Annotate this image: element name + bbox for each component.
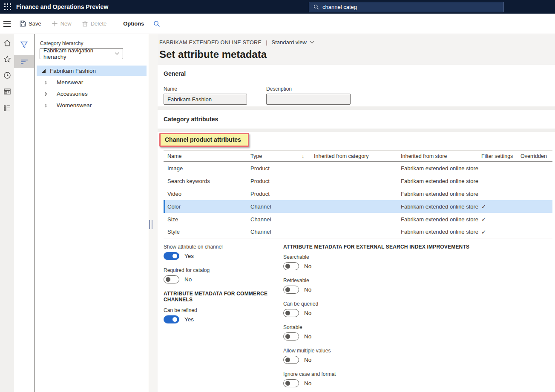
workspaces-nav-item[interactable]	[0, 83, 14, 100]
filter-button[interactable]	[14, 37, 34, 52]
global-search-input[interactable]: channel categ	[309, 2, 504, 12]
save-button[interactable]: Save	[20, 20, 41, 27]
name-field[interactable]	[164, 94, 247, 105]
allow-multiple-values-toggle[interactable]	[283, 356, 299, 364]
tree-collapsed-icon[interactable]	[43, 103, 49, 108]
table-row[interactable]: Image Product Fabrikam extended online s…	[164, 162, 552, 175]
recents-nav-item[interactable]	[0, 67, 14, 83]
hamburger-menu-icon[interactable]	[3, 21, 11, 29]
delete-button[interactable]: Delete	[82, 20, 107, 27]
panel-splitter-handle[interactable]	[149, 220, 152, 229]
description-field[interactable]	[266, 94, 351, 105]
search-icon	[313, 4, 319, 10]
col-inherited-from-category[interactable]: Inherited from category	[314, 153, 401, 159]
col-inherited-from-store[interactable]: Inherited from store	[401, 153, 481, 159]
allow-multiple-values-label: Allow multiple values	[283, 348, 555, 354]
col-type[interactable]: Type	[250, 153, 302, 159]
cell-name: Image	[167, 165, 250, 172]
view-switcher-label: Standard view	[271, 39, 306, 46]
sort-descending-icon: ↓	[302, 153, 314, 159]
retrievable-label: Retrievable	[283, 278, 555, 283]
commerce-channels-group-heading: ATTRIBUTE METADATA FOR COMMERCE CHANNELS	[164, 291, 283, 303]
searchable-toggle[interactable]	[283, 262, 299, 270]
sortable-toggle[interactable]	[283, 332, 299, 340]
table-header-row: Name Type ↓ Inherited from category Inhe…	[164, 151, 552, 162]
save-icon	[20, 20, 26, 27]
tree-item-accessories[interactable]: Accessories	[35, 88, 148, 100]
toggle-state-label: No	[304, 380, 311, 386]
breadcrumb[interactable]: FABRIKAM EXTENDED ONLINE STORE	[159, 40, 262, 46]
table-row[interactable]: Size Channel Fabrikam extended online st…	[164, 213, 552, 226]
tree-item-menswear[interactable]: Menswear	[35, 77, 148, 88]
tree-item-label: Fabrikam Fashion	[50, 68, 96, 74]
general-section: General Name Description	[158, 65, 555, 106]
modules-list-icon	[3, 104, 11, 112]
table-row-selected[interactable]: Color Channel Fabrikam extended online s…	[164, 200, 552, 213]
tree-collapsed-icon[interactable]	[43, 92, 49, 96]
retrievable-toggle[interactable]	[283, 286, 299, 294]
category-attributes-section-heading[interactable]: Category attributes	[158, 110, 555, 129]
home-nav-item[interactable]	[0, 35, 14, 51]
can-be-queried-toggle[interactable]	[283, 309, 299, 317]
cell-type: Product	[250, 191, 302, 197]
filter-settings-check: ✓	[481, 216, 520, 223]
hierarchy-select[interactable]: Fabrikam navigation hierarchy	[40, 48, 123, 59]
app-launcher-icon[interactable]	[4, 3, 11, 10]
new-button[interactable]: New	[52, 20, 72, 27]
tree-expanded-icon[interactable]	[41, 69, 46, 73]
channel-product-attributes-heading-highlighted[interactable]: Channel product attributes	[159, 133, 249, 147]
name-field-label: Name	[164, 86, 247, 92]
cell-name: Search keywords	[167, 178, 250, 184]
table-row[interactable]: Search keywords Product Fabrikam extende…	[164, 175, 552, 187]
clock-icon	[3, 72, 11, 79]
top-app-bar: Finance and Operations Preview channel c…	[0, 0, 555, 14]
cell-type: Channel	[250, 216, 302, 223]
delete-button-label: Delete	[91, 20, 107, 27]
section-gap	[158, 129, 555, 132]
attribute-details: Show attribute on channel Yes Required f…	[164, 244, 555, 392]
category-hierarchy-label: Category hierarchy	[40, 40, 148, 46]
action-bar: Save New Delete Options	[0, 14, 555, 34]
col-name[interactable]: Name	[167, 153, 250, 159]
cell-type: Product	[250, 165, 302, 172]
filter-settings-check: ✓	[481, 203, 520, 210]
description-field-label: Description	[266, 86, 351, 92]
new-button-label: New	[60, 20, 72, 27]
favorites-nav-item[interactable]	[0, 51, 14, 67]
save-button-label: Save	[29, 20, 41, 27]
trash-icon	[82, 20, 88, 27]
category-hierarchy-panel: Category hierarchy Fabrikam navigation h…	[34, 34, 148, 392]
home-icon	[3, 39, 11, 47]
options-button[interactable]: Options	[123, 20, 144, 27]
toggle-state-label: No	[304, 357, 311, 363]
tree-item-label: Menswear	[57, 79, 83, 86]
can-be-refined-toggle[interactable]	[164, 315, 179, 323]
toolbar-search-icon[interactable]	[153, 20, 160, 27]
hierarchy-list-button[interactable]	[14, 55, 34, 68]
filter-list-icon	[20, 59, 29, 65]
general-section-heading[interactable]: General	[158, 65, 555, 82]
required-for-catalog-toggle[interactable]	[164, 275, 179, 283]
table-row[interactable]: Style Channel Fabrikam extended online s…	[164, 226, 552, 238]
col-filter-settings[interactable]: Filter settings	[481, 153, 520, 159]
view-switcher[interactable]: Standard view	[271, 39, 314, 46]
workspace-icon	[3, 88, 11, 95]
cell-name: Size	[167, 216, 250, 223]
col-overridden[interactable]: Overridden	[520, 153, 552, 159]
cell-name: Video	[167, 191, 250, 197]
modules-nav-item[interactable]	[0, 100, 14, 116]
can-be-refined-label: Can be refined	[164, 307, 283, 313]
tree-item-root[interactable]: Fabrikam Fashion	[37, 66, 147, 76]
filter-settings-check: ✓	[481, 229, 520, 235]
plus-icon	[52, 20, 58, 27]
cell-inherited-store: Fabrikam extended online store	[401, 165, 481, 172]
tree-collapsed-icon[interactable]	[43, 80, 49, 85]
tree-item-womenswear[interactable]: Womenswear	[35, 100, 148, 111]
cell-name: Style	[167, 229, 250, 235]
cell-type: Channel	[250, 229, 302, 235]
app-title: Finance and Operations Preview	[16, 3, 108, 10]
table-row[interactable]: Video Product Fabrikam extended online s…	[164, 187, 552, 200]
show-attribute-on-channel-toggle[interactable]	[164, 252, 179, 260]
tree-item-label: Womenswear	[57, 102, 92, 109]
ignore-case-and-format-toggle[interactable]	[283, 379, 299, 387]
